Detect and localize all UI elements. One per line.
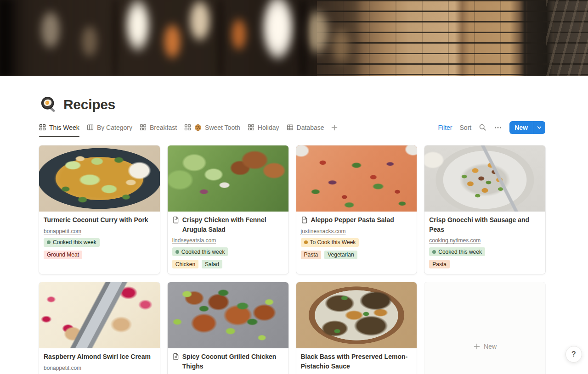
recipe-title: Black Bass with Preserved Lemon-Pistachi… <box>301 352 413 371</box>
recipe-card[interactable]: Black Bass with Preserved Lemon-Pistachi… <box>296 282 417 374</box>
recipe-title: Spicy Coconut Grilled Chicken Thighs <box>172 352 284 371</box>
cookie-icon <box>194 124 202 131</box>
status-dot <box>304 240 308 244</box>
category-tag: Chicken <box>172 260 198 268</box>
status-tag: To Cook this Week <box>301 238 359 247</box>
recipe-photo <box>424 145 545 212</box>
help-label: ? <box>571 350 576 358</box>
recipe-card[interactable]: Raspberry Almond Swirl Ice Creambonappet… <box>39 282 160 374</box>
recipe-photo <box>168 282 288 348</box>
page-icon <box>301 216 308 225</box>
gallery-view-icon <box>184 124 191 131</box>
status-dot <box>432 250 436 254</box>
recipe-card[interactable]: Crisp Gnocchi with Sausage and Peascooki… <box>424 145 545 274</box>
fried-egg-pan-icon[interactable] <box>40 96 57 113</box>
recipe-card[interactable]: Turmeric Coconut Curry with Porkbonappet… <box>39 145 160 274</box>
toolbar-actions: Filter Sort New <box>438 121 545 134</box>
page-cover <box>0 0 588 76</box>
cover-dark-beams <box>0 0 331 76</box>
category-tag: Salad <box>202 260 222 268</box>
more-options-icon[interactable] <box>494 123 502 132</box>
page-header: Recipes <box>40 96 545 113</box>
help-button[interactable]: ? <box>565 346 582 363</box>
tab-sweet-tooth[interactable]: Sweet Tooth <box>184 118 240 137</box>
chevron-down-icon[interactable] <box>533 125 545 130</box>
page-icon <box>172 353 180 371</box>
view-tabs: This WeekBy CategoryBreakfastSweet Tooth… <box>39 118 324 137</box>
recipe-source-link[interactable]: bonappetit.com <box>44 228 81 234</box>
new-card-label: New <box>484 343 497 350</box>
tab-label: By Category <box>97 124 132 131</box>
recipe-title: Raspberry Almond Swirl Ice Cream <box>44 352 155 362</box>
filter-button[interactable]: Filter <box>438 124 452 131</box>
cover-light-streaks <box>546 0 588 76</box>
tab-by-category[interactable]: By Category <box>87 118 132 137</box>
status-tag: Cooked this week <box>172 247 228 256</box>
recipe-title: Aleppo Pepper Pasta Salad <box>301 215 413 225</box>
category-tag: Ground Meat <box>44 251 82 259</box>
recipe-source-link[interactable]: justinesnacks.com <box>301 228 346 234</box>
search-icon[interactable] <box>479 123 486 131</box>
tab-holiday[interactable]: Holiday <box>248 118 279 137</box>
recipe-card[interactable]: Crispy Chicken with Fennel Arugula Salad… <box>168 145 288 274</box>
recipe-source-link[interactable]: bonappetit.com <box>44 365 81 371</box>
status-tag: Cooked this week <box>429 247 485 256</box>
recipe-source-link[interactable]: cooking.nytimes.com <box>429 237 481 244</box>
page-icon <box>172 216 180 234</box>
category-tag: Pasta <box>301 251 322 259</box>
board-view-icon <box>87 124 94 131</box>
recipe-photo <box>39 282 160 348</box>
recipe-photo <box>296 145 417 212</box>
recipe-card[interactable]: Spicy Coconut Grilled Chicken Thighs <box>168 282 288 374</box>
tab-label: Sweet Tooth <box>205 124 240 131</box>
tab-breakfast[interactable]: Breakfast <box>140 118 177 137</box>
recipe-source-link[interactable]: lindseyeatsla.com <box>172 237 216 244</box>
status-dot <box>47 240 51 244</box>
recipe-card[interactable]: Aleppo Pepper Pasta Saladjustinesnacks.c… <box>296 145 417 274</box>
tab-label: Breakfast <box>150 124 177 131</box>
table-view-icon <box>287 124 294 131</box>
gallery-view-icon <box>248 124 254 131</box>
category-tag: Pasta <box>429 260 450 268</box>
new-recipe-card[interactable]: New <box>424 282 545 374</box>
page-content: Recipes This WeekBy CategoryBreakfastSwe… <box>0 96 588 374</box>
status-tag: Cooked this week <box>44 238 100 247</box>
tab-this-week[interactable]: This Week <box>39 118 79 137</box>
new-button[interactable]: New <box>509 121 545 134</box>
gallery-view-icon <box>39 124 46 131</box>
gallery-grid: Turmeric Coconut Curry with Porkbonappet… <box>39 145 545 374</box>
page-title: Recipes <box>63 97 115 112</box>
tab-database[interactable]: Database <box>287 118 324 137</box>
recipe-title: Crispy Chicken with Fennel Arugula Salad <box>172 215 284 234</box>
tab-label: This Week <box>49 124 79 131</box>
recipe-photo <box>296 282 417 348</box>
gallery-view-icon <box>140 124 147 131</box>
add-view-button[interactable] <box>331 124 338 131</box>
new-button-label[interactable]: New <box>509 124 533 131</box>
recipe-title: Turmeric Coconut Curry with Pork <box>44 215 155 225</box>
recipe-title: Crisp Gnocchi with Sausage and Peas <box>429 215 541 234</box>
tab-label: Holiday <box>258 124 279 131</box>
tab-label: Database <box>297 124 324 131</box>
category-tag: Vegetarian <box>324 251 357 259</box>
recipe-photo <box>39 145 160 212</box>
view-toolbar: This WeekBy CategoryBreakfastSweet Tooth… <box>39 118 545 137</box>
status-dot <box>175 250 179 254</box>
sort-button[interactable]: Sort <box>460 124 472 131</box>
recipe-photo <box>168 145 288 212</box>
plus-icon <box>473 343 481 350</box>
